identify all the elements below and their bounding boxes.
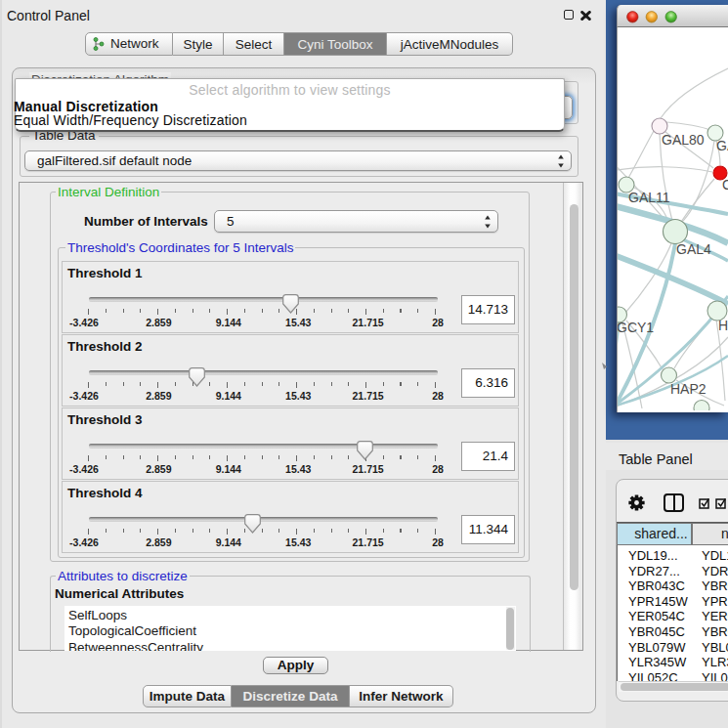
svg-text:GAL11: GAL11 xyxy=(628,190,670,205)
svg-text:CYC: CYC xyxy=(722,177,728,193)
svg-text:GCY1: GCY1 xyxy=(618,320,654,335)
svg-text:GAL80: GAL80 xyxy=(662,132,705,148)
svg-text:GAL: GAL xyxy=(716,138,728,153)
svg-text:GAL4: GAL4 xyxy=(676,241,711,257)
svg-text:HIS: HIS xyxy=(718,318,728,333)
svg-text:HAP2: HAP2 xyxy=(670,381,707,397)
